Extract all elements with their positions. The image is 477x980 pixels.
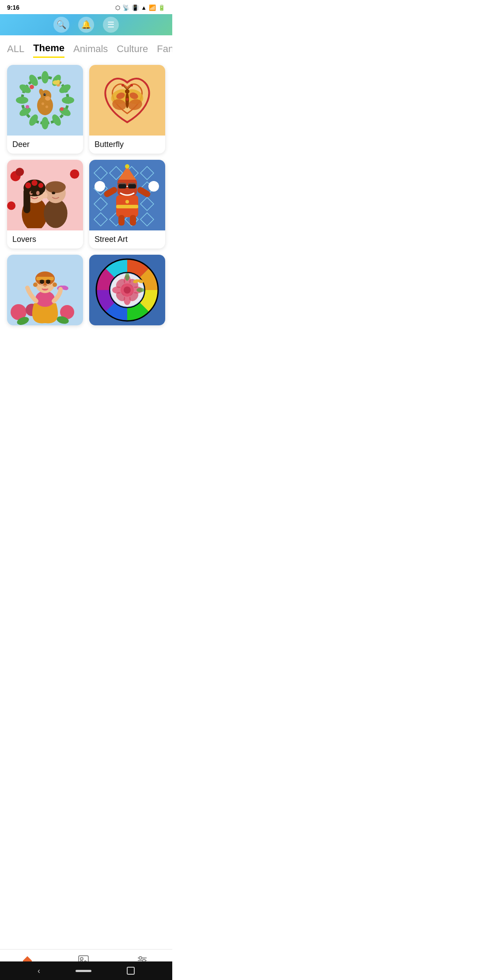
vibrate-icon: 📳 [132, 4, 139, 11]
card-stained[interactable] [89, 255, 165, 325]
status-time: 9:16 [7, 4, 19, 11]
svg-point-39 [130, 84, 133, 87]
card-streetart-image [89, 160, 165, 230]
svg-point-20 [45, 106, 48, 108]
tab-fantasy[interactable]: Fant... [157, 43, 172, 57]
tab-all[interactable]: ALL [7, 43, 24, 57]
svg-marker-63 [140, 166, 154, 180]
banner-search-icon[interactable]: 🔍 [53, 17, 69, 33]
svg-point-101 [33, 283, 38, 287]
svg-point-10 [16, 97, 28, 104]
card-lady-image [7, 255, 83, 325]
svg-point-54 [38, 183, 43, 188]
svg-marker-71 [140, 213, 154, 226]
svg-point-24 [60, 107, 64, 111]
svg-marker-66 [94, 197, 107, 211]
svg-point-92 [35, 291, 55, 307]
card-deer-label: Deer [7, 136, 83, 154]
svg-point-58 [52, 192, 55, 194]
svg-point-44 [7, 201, 15, 210]
tab-culture[interactable]: Culture [117, 43, 148, 57]
svg-point-59 [42, 192, 47, 198]
svg-rect-95 [36, 277, 54, 280]
card-butterfly-image [89, 65, 165, 136]
svg-point-4 [62, 97, 74, 104]
svg-point-26 [57, 80, 60, 83]
card-streetart-label: Street Art [89, 230, 165, 249]
card-butterfly-label: Butterfly [89, 136, 165, 154]
svg-point-38 [121, 84, 124, 87]
svg-point-109 [124, 286, 131, 294]
svg-point-119 [136, 288, 144, 292]
coloring-grid: Deer [0, 58, 172, 332]
svg-marker-67 [140, 197, 154, 211]
cast-icon: 📡 [122, 4, 129, 11]
tab-theme[interactable]: Theme [33, 42, 64, 58]
svg-point-57 [45, 181, 66, 193]
svg-point-23 [26, 105, 29, 109]
svg-point-19 [42, 102, 44, 105]
card-streetart[interactable]: Street Art [89, 160, 165, 249]
svg-marker-60 [94, 166, 107, 180]
svg-point-50 [36, 191, 40, 195]
signal-icon: 📶 [149, 4, 156, 11]
svg-point-43 [70, 170, 79, 179]
category-tabs: ALL Theme Animals Culture Fant... [0, 35, 172, 58]
svg-rect-84 [130, 215, 136, 226]
svg-point-15 [45, 96, 50, 101]
svg-point-81 [95, 181, 105, 192]
svg-point-100 [44, 285, 46, 287]
wifi-icon: ▲ [141, 4, 147, 11]
svg-point-12 [27, 73, 40, 87]
svg-point-53 [31, 180, 37, 186]
card-stained-image [89, 255, 165, 325]
screenshot-icon: ⬡ [115, 4, 120, 11]
card-lady[interactable] [7, 255, 83, 325]
card-lovers-label: Lovers [7, 230, 83, 249]
svg-point-21 [30, 85, 34, 89]
svg-point-52 [25, 182, 31, 188]
svg-rect-79 [103, 186, 118, 198]
status-icons: ⬡ 📡 📳 ▲ 📶 🔋 [115, 4, 165, 11]
svg-point-7 [42, 117, 49, 129]
svg-point-75 [125, 164, 129, 169]
svg-point-86 [125, 200, 129, 204]
svg-marker-68 [94, 213, 107, 226]
svg-point-17 [45, 94, 45, 94]
svg-rect-77 [128, 184, 136, 188]
svg-point-42 [15, 168, 24, 176]
tab-animals[interactable]: Animals [73, 43, 108, 57]
svg-point-2 [50, 73, 63, 87]
svg-rect-76 [118, 184, 126, 188]
banner-menu-icon[interactable]: ☰ [103, 17, 119, 33]
card-deer-image [7, 65, 83, 136]
svg-rect-85 [116, 205, 138, 208]
card-butterfly[interactable]: Butterfly [89, 65, 165, 154]
banner-notification-icon[interactable]: 🔔 [78, 17, 94, 33]
svg-point-1 [42, 71, 49, 83]
svg-point-82 [148, 181, 159, 192]
svg-point-35 [125, 89, 129, 94]
svg-point-40 [126, 98, 129, 101]
card-lovers-image [7, 160, 83, 230]
card-deer[interactable]: Deer [7, 65, 83, 154]
svg-point-118 [125, 273, 129, 281]
card-lovers[interactable]: Lovers [7, 160, 83, 249]
svg-point-51 [31, 191, 34, 193]
svg-rect-48 [23, 188, 30, 213]
top-banner: 🔍 🔔 ☰ [0, 14, 172, 35]
svg-point-102 [53, 283, 57, 287]
svg-rect-83 [118, 215, 125, 226]
battery-icon: 🔋 [158, 4, 165, 11]
status-bar: 9:16 ⬡ 📡 📳 ▲ 📶 🔋 [0, 0, 172, 14]
